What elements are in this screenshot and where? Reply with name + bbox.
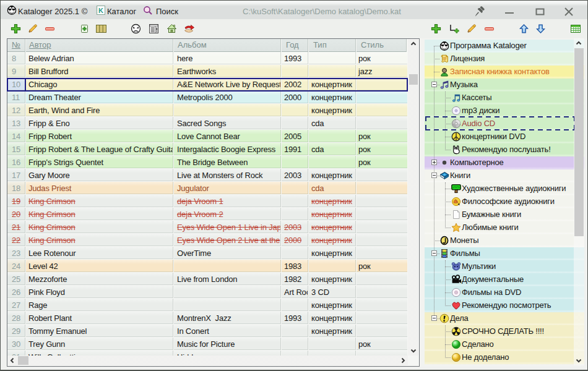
svg-text:K: K <box>98 7 103 14</box>
